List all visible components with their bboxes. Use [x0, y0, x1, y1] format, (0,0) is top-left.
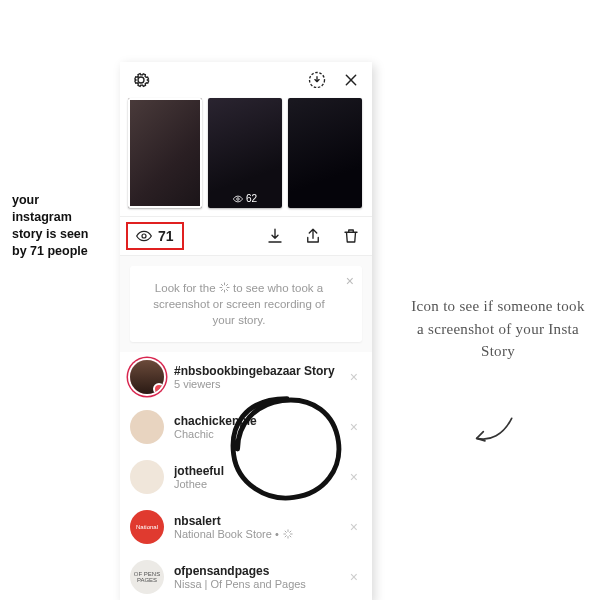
viewer-row[interactable]: chachickenpieChachic×	[120, 402, 372, 452]
close-icon[interactable]	[340, 69, 362, 91]
viewer-info: nbsalertNational Book Store •	[174, 514, 336, 540]
stories-row: 62	[120, 98, 372, 216]
remove-viewer-icon[interactable]: ×	[346, 565, 362, 589]
view-count-number: 71	[158, 228, 174, 244]
trash-icon[interactable]	[340, 225, 362, 247]
viewer-row[interactable]: OF PENS PAGESofpensandpagesNissa | Of Pe…	[120, 552, 372, 600]
burst-icon	[283, 529, 293, 539]
story-view-badge: 62	[233, 193, 257, 204]
screenshot-hint: × Look for the to see who took a screens…	[130, 266, 362, 342]
viewer-info: #nbsbookbingebazaar Story5 viewers	[174, 364, 336, 390]
viewer-row[interactable]: #nbsbookbingebazaar Story5 viewers×	[120, 352, 372, 402]
view-count-highlight: 71	[126, 222, 184, 250]
avatar	[130, 360, 164, 394]
avatar: National	[130, 510, 164, 544]
svg-point-1	[237, 197, 240, 200]
story-thumb[interactable]: 62	[208, 98, 282, 208]
share-icon[interactable]	[302, 225, 324, 247]
viewer-username: ofpensandpages	[174, 564, 336, 578]
download-icon[interactable]	[264, 225, 286, 247]
remove-viewer-icon[interactable]: ×	[346, 515, 362, 539]
viewer-username: jotheeful	[174, 464, 336, 478]
annotation-right: Icon to see if someone took a screenshot…	[408, 295, 588, 363]
remove-viewer-icon[interactable]: ×	[346, 365, 362, 389]
hint-text-a: Look for the	[155, 282, 219, 294]
story-thumb[interactable]	[128, 98, 202, 208]
avatar	[130, 410, 164, 444]
viewer-info: ofpensandpagesNissa | Of Pens and Pages	[174, 564, 336, 590]
viewer-subtext: Jothee	[174, 478, 336, 490]
actions-row: 71	[120, 216, 372, 256]
story-insights-panel: 62 71 × Look for the t	[120, 62, 372, 600]
viewer-subtext: National Book Store •	[174, 528, 336, 540]
avatar	[130, 460, 164, 494]
annotation-arrow	[470, 410, 520, 450]
hint-close-icon[interactable]: ×	[346, 272, 354, 292]
remove-viewer-icon[interactable]: ×	[346, 415, 362, 439]
eye-icon	[136, 230, 152, 242]
viewer-subtext: Nissa | Of Pens and Pages	[174, 578, 336, 590]
view-count[interactable]: 71	[130, 226, 180, 246]
panel-header	[120, 62, 372, 98]
svg-point-2	[142, 234, 146, 238]
story-thumb[interactable]	[288, 98, 362, 208]
viewer-row[interactable]: NationalnbsalertNational Book Store • ×	[120, 502, 372, 552]
viewer-username: nbsalert	[174, 514, 336, 528]
gear-icon[interactable]	[130, 69, 152, 91]
viewer-subtext: 5 viewers	[174, 378, 336, 390]
notification-badge	[153, 383, 164, 394]
viewer-info: chachickenpieChachic	[174, 414, 336, 440]
burst-icon	[219, 282, 230, 293]
viewers-list: #nbsbookbingebazaar Story5 viewers×chach…	[120, 352, 372, 600]
viewer-username: chachickenpie	[174, 414, 336, 428]
viewer-info: jotheefulJothee	[174, 464, 336, 490]
annotation-left: your instagram story is seen by 71 peopl…	[12, 192, 102, 260]
viewer-subtext: Chachic	[174, 428, 336, 440]
remove-viewer-icon[interactable]: ×	[346, 465, 362, 489]
viewer-username: #nbsbookbingebazaar Story	[174, 364, 336, 378]
viewer-row[interactable]: jotheefulJothee×	[120, 452, 372, 502]
avatar: OF PENS PAGES	[130, 560, 164, 594]
save-story-icon[interactable]	[306, 69, 328, 91]
